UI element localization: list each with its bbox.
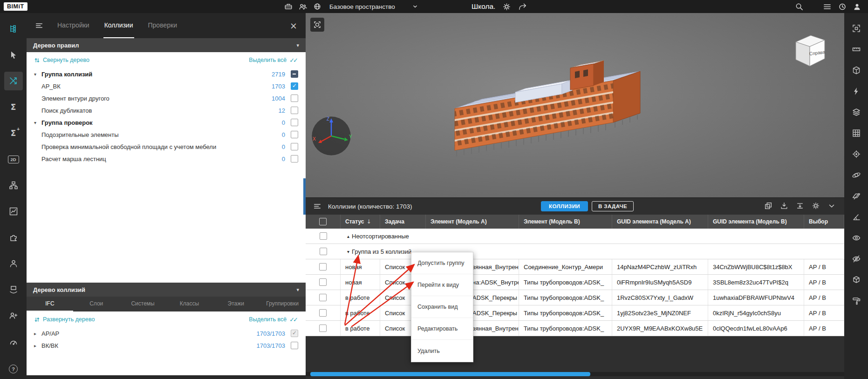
gear-icon[interactable] xyxy=(502,2,511,11)
menu-item-allow-group[interactable]: Допустить группу xyxy=(411,252,473,274)
hierarchy-button[interactable] xyxy=(4,176,23,195)
caret-right-icon[interactable]: ▸ xyxy=(34,331,41,336)
lightning-button[interactable] xyxy=(848,83,864,99)
tree-item-checkbox[interactable] xyxy=(291,107,298,114)
caret-right-icon[interactable]: ▸ xyxy=(34,343,41,348)
tab-checks[interactable]: Проверки xyxy=(147,13,178,38)
rules-tree-group-row[interactable]: ▾ Группа коллизий 2719 xyxy=(27,68,306,80)
collisions-tree-row[interactable]: ▸ ВК/ВК 1703/1703 xyxy=(27,339,306,352)
axis-gizmo[interactable]: Z X Y xyxy=(309,114,354,158)
cube-button[interactable] xyxy=(848,272,864,288)
person-button[interactable] xyxy=(4,254,23,273)
sum-plus-button[interactable]: Σ+ xyxy=(4,124,23,142)
rules-tree-header[interactable]: Дерево правил ▾ xyxy=(27,38,306,52)
gauge-button[interactable] xyxy=(4,332,23,351)
duplicate-icon[interactable] xyxy=(764,202,772,210)
caret-down-icon[interactable]: ▾ xyxy=(34,72,41,77)
rules-tree-row[interactable]: Проверка минимальной свободной площади с… xyxy=(27,141,306,153)
share-icon[interactable] xyxy=(518,2,527,11)
user-icon[interactable] xyxy=(853,2,861,11)
menu-item-go-to-view[interactable]: Перейти к виду xyxy=(411,274,473,296)
history-icon[interactable] xyxy=(838,2,847,11)
column-status[interactable]: Статус↓ xyxy=(341,215,380,229)
row-checkbox[interactable] xyxy=(319,278,327,286)
column-element-b[interactable]: Элемент (Модель B) xyxy=(519,215,612,229)
gear-icon[interactable] xyxy=(812,202,820,210)
chevron-down-icon[interactable] xyxy=(411,3,419,10)
2d-view-button[interactable]: 2D xyxy=(4,150,23,169)
column-task[interactable]: Задача xyxy=(380,215,426,229)
column-guid-b[interactable]: GUID элемента (Модель B) xyxy=(708,215,804,229)
close-icon[interactable]: × xyxy=(290,21,297,30)
row-checkbox[interactable] xyxy=(319,263,327,271)
viewport-3d[interactable]: Z X Y Справа xyxy=(306,13,844,197)
search-icon[interactable] xyxy=(795,2,804,11)
caret-down-icon[interactable]: ▾ xyxy=(341,249,352,254)
view-cube[interactable]: Справа xyxy=(790,30,830,73)
help-button[interactable]: ? xyxy=(0,365,27,373)
tab-settings[interactable]: Настройки xyxy=(56,13,90,38)
measure-button[interactable] xyxy=(848,41,864,57)
grid-button[interactable] xyxy=(848,125,864,141)
tree-item-checkbox[interactable] xyxy=(291,82,298,90)
collisions-button[interactable] xyxy=(4,72,23,90)
table-row[interactable]: в работе Список ADSK_Перекры Типы трубоп… xyxy=(306,290,844,305)
rules-tree-row[interactable]: Элемент внтури другого 1004 xyxy=(27,92,306,104)
model-tree-button[interactable] xyxy=(4,20,23,38)
select-cursor-button[interactable] xyxy=(4,46,23,64)
orbit-button[interactable] xyxy=(848,167,864,183)
rules-tree-row[interactable]: Подозрительные элементы 0 xyxy=(27,129,306,141)
in-task-view-button[interactable]: В ЗАДАЧЕ xyxy=(592,201,634,211)
panel-menu-icon[interactable] xyxy=(35,21,43,30)
caret-down-icon[interactable]: ▾ xyxy=(34,120,41,125)
table-row[interactable]: новая Список зянная_Внутрен Соединение_К… xyxy=(306,259,844,275)
eye-button[interactable] xyxy=(848,230,864,246)
rules-tree-row[interactable]: АР_ВК 1703 xyxy=(27,80,306,92)
subtab-floors[interactable]: Этажи xyxy=(212,297,259,311)
subtab-systems[interactable]: Системы xyxy=(120,297,166,311)
select-all-link[interactable]: Выделить всё✓✓ xyxy=(249,57,298,64)
collisions-view-button[interactable]: КОЛЛИЗИИ xyxy=(541,201,588,211)
team-add-button[interactable] xyxy=(4,306,23,325)
collisions-tree-header[interactable]: Дерево коллизий ▾ xyxy=(27,283,306,297)
select-all-link[interactable]: Выделить всё✓✓ xyxy=(249,316,298,323)
menu-icon[interactable] xyxy=(823,2,832,11)
import-icon[interactable] xyxy=(780,202,788,210)
table-row[interactable]: новая Список на:ADSK_Внутрен Типы трубоп… xyxy=(306,275,844,290)
group-checkbox[interactable] xyxy=(320,232,327,240)
tab-collisions[interactable]: Коллизии xyxy=(103,13,134,38)
tree-item-checkbox[interactable] xyxy=(291,119,298,126)
section-box-button[interactable] xyxy=(848,62,864,78)
row-checkbox[interactable] xyxy=(319,294,327,301)
column-guid-a[interactable]: GUID элемента (Модель A) xyxy=(612,215,708,229)
plugins-button[interactable] xyxy=(4,228,23,247)
eye-off-button[interactable] xyxy=(848,251,864,267)
subtab-layers[interactable]: Слои xyxy=(73,297,120,311)
workspace-selector[interactable]: Базовое пространство xyxy=(284,2,419,11)
tree-item-checkbox[interactable] xyxy=(291,70,298,78)
subtab-groupings[interactable]: Группировки xyxy=(259,297,306,311)
table-group-row[interactable]: ▾Группа из 5 коллизий xyxy=(306,244,844,259)
rules-tree-group-row[interactable]: ▾ Группа проверок 0 xyxy=(27,116,306,129)
tree-item-checkbox[interactable] xyxy=(291,155,298,162)
locate-button[interactable] xyxy=(848,146,864,162)
tree-item-checkbox[interactable] xyxy=(291,342,298,349)
row-checkbox[interactable] xyxy=(319,309,327,317)
table-menu-icon[interactable] xyxy=(313,202,321,210)
fit-view-button[interactable] xyxy=(848,20,864,36)
select-all-checkbox[interactable] xyxy=(319,218,327,225)
row-checkbox[interactable] xyxy=(319,325,327,332)
chevron-down-icon[interactable]: ▾ xyxy=(296,287,299,293)
collisions-tree-row[interactable]: ▸ АР/АР 1703/1703 xyxy=(27,327,306,339)
focus-mode-button[interactable] xyxy=(310,18,324,32)
caret-up-icon[interactable]: ▴ xyxy=(341,234,352,239)
scrollbar-thumb[interactable] xyxy=(310,372,590,376)
menu-item-delete[interactable]: Удалить xyxy=(411,340,473,362)
menu-item-save-view[interactable]: Сохранить вид xyxy=(411,296,473,318)
subtab-ifc[interactable]: IFC xyxy=(27,297,73,311)
rules-tree-row[interactable]: Расчет марша лестниц 0 xyxy=(27,153,306,165)
subtab-classes[interactable]: Классы xyxy=(166,297,212,311)
rules-tree-row[interactable]: Поиск дубликатов 12 xyxy=(27,104,306,116)
tree-item-checkbox[interactable] xyxy=(291,95,298,102)
table-row[interactable]: в работе Список зянная_Внутрен Типы труб… xyxy=(306,321,844,336)
